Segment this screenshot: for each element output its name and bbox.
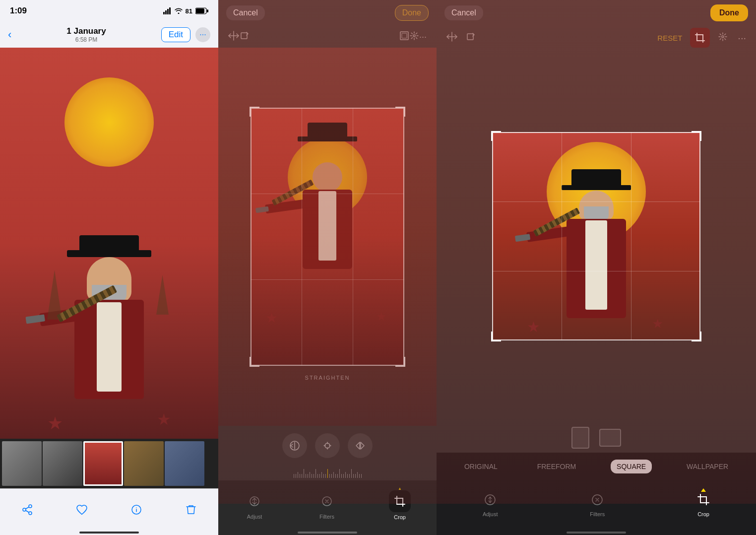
like-button[interactable] <box>76 504 88 516</box>
filmstrip-item-selected[interactable] <box>83 441 123 486</box>
nav-title-block: 1 January 6:58 PM <box>66 26 106 43</box>
tree-left <box>47 270 62 320</box>
filmstrip-item[interactable] <box>124 441 164 486</box>
sq-grid-v2 <box>631 132 631 340</box>
trash-icon <box>185 504 197 516</box>
crop-label: Crop <box>394 514 406 520</box>
tree-right <box>156 275 169 315</box>
svg-rect-2 <box>207 9 208 12</box>
p3-crop-tool-active[interactable]: Crop <box>697 493 710 517</box>
svg-rect-1 <box>196 8 204 13</box>
main-image: ★ ★ <box>0 48 218 439</box>
battery-shape <box>195 7 208 14</box>
sun-element <box>64 77 154 167</box>
nav-title: 1 January <box>66 26 106 36</box>
sq-corner-tl[interactable] <box>491 131 501 141</box>
share-icon <box>21 504 33 516</box>
hat-crown <box>79 235 139 255</box>
home-indicator <box>218 530 437 535</box>
heart-icon <box>76 504 88 516</box>
status-time: 1:09 <box>10 6 27 16</box>
star-left: ★ <box>47 413 63 434</box>
filmstrip-item[interactable] <box>43 441 82 486</box>
shirt <box>97 302 122 392</box>
sq-corner-bl[interactable] <box>491 332 501 341</box>
more-button[interactable]: ··· <box>195 27 210 42</box>
filmstrip[interactable] <box>0 439 218 488</box>
info-icon <box>130 504 142 516</box>
image-content: ★ ★ <box>0 48 218 439</box>
signal-icon <box>163 7 171 14</box>
filters-label: Filters <box>319 514 334 520</box>
wifi-icon <box>175 8 183 14</box>
sq-corner-tr[interactable] <box>692 131 701 141</box>
info-button[interactable] <box>130 504 142 516</box>
back-button[interactable]: ‹ <box>8 28 11 41</box>
status-icons: 81 <box>163 7 208 15</box>
panel3-image-area: ★ ★ <box>437 50 756 423</box>
nav-subtitle: 6:58 PM <box>66 36 106 43</box>
p3-crop-label: Crop <box>697 511 709 517</box>
home-indicator <box>0 530 218 535</box>
sq-grid-h2 <box>492 271 700 271</box>
home-indicator-p3 <box>437 530 756 535</box>
sq-grid-v1 <box>562 132 562 340</box>
p3-filters-label: Filters <box>590 511 605 517</box>
sq-corner-br[interactable] <box>692 332 701 341</box>
home-bar <box>298 532 357 534</box>
nav-actions: Edit ··· <box>161 27 210 42</box>
adjust-label: Adjust <box>247 514 262 520</box>
panel-square-crop: Cancel Done RESET <box>437 0 756 535</box>
back-arrow-icon: ‹ <box>8 28 11 41</box>
share-button[interactable] <box>21 504 33 516</box>
filmstrip-item[interactable] <box>165 441 204 486</box>
more-icon: ··· <box>199 30 206 39</box>
battery-icon: 81 <box>186 7 192 15</box>
p3-crop-icon <box>697 493 710 509</box>
crop-active-indicator <box>701 488 706 492</box>
panel-photos-viewer: 1:09 81 ‹ <box>0 0 218 535</box>
nav-bar: ‹ 1 January 6:58 PM Edit ··· <box>0 22 218 48</box>
star-right: ★ <box>157 410 171 429</box>
bottom-toolbar <box>0 488 218 530</box>
square-crop-border <box>492 132 700 340</box>
home-bar-p3 <box>567 532 626 534</box>
edit-button[interactable]: Edit <box>161 27 190 42</box>
sq-grid-h1 <box>492 201 700 202</box>
cowboy-art: ★ ★ <box>45 230 174 439</box>
p3-adjust-label: Adjust <box>483 511 498 517</box>
delete-button[interactable] <box>185 504 197 516</box>
filmstrip-item[interactable] <box>2 441 42 486</box>
square-crop-container[interactable]: ★ ★ <box>492 132 700 340</box>
gun <box>25 314 45 324</box>
home-bar <box>79 532 139 534</box>
status-bar: 1:09 81 <box>0 0 218 22</box>
